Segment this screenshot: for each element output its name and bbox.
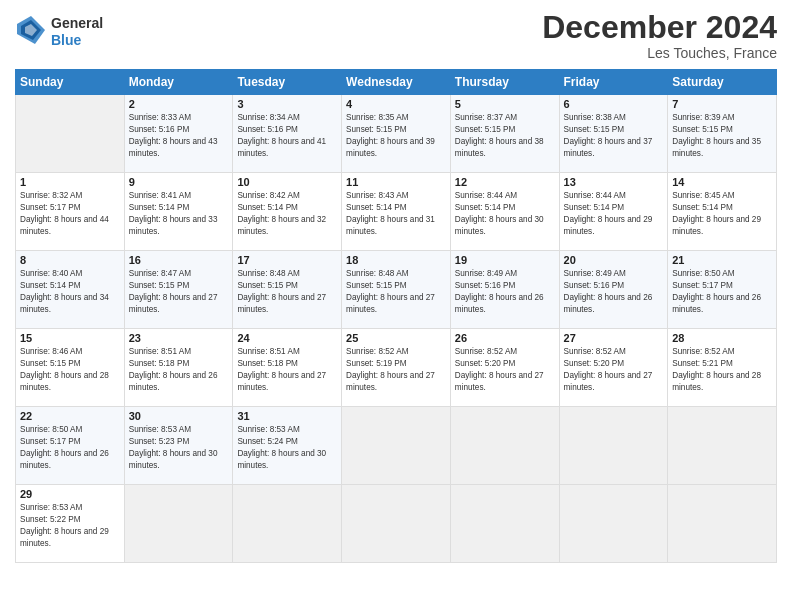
calendar-cell: 14 Sunrise: 8:45 AMSunset: 5:14 PMDaylig…	[668, 173, 777, 251]
calendar-week-row: 1 Sunrise: 8:32 AMSunset: 5:17 PMDayligh…	[16, 173, 777, 251]
logo: General Blue	[15, 14, 103, 50]
calendar-week-row: 2 Sunrise: 8:33 AMSunset: 5:16 PMDayligh…	[16, 95, 777, 173]
calendar-cell: 22 Sunrise: 8:50 AMSunset: 5:17 PMDaylig…	[16, 407, 125, 485]
col-monday: Monday	[124, 70, 233, 95]
calendar-cell	[16, 95, 125, 173]
col-wednesday: Wednesday	[342, 70, 451, 95]
col-saturday: Saturday	[668, 70, 777, 95]
day-number: 17	[237, 254, 337, 266]
day-number: 29	[20, 488, 120, 500]
day-number: 7	[672, 98, 772, 110]
day-number: 8	[20, 254, 120, 266]
calendar-cell	[450, 407, 559, 485]
calendar-cell: 13 Sunrise: 8:44 AMSunset: 5:14 PMDaylig…	[559, 173, 668, 251]
calendar-week-row: 22 Sunrise: 8:50 AMSunset: 5:17 PMDaylig…	[16, 407, 777, 485]
calendar-cell: 2 Sunrise: 8:33 AMSunset: 5:16 PMDayligh…	[124, 95, 233, 173]
calendar-cell: 5 Sunrise: 8:37 AMSunset: 5:15 PMDayligh…	[450, 95, 559, 173]
day-detail: Sunrise: 8:53 AMSunset: 5:24 PMDaylight:…	[237, 425, 326, 470]
day-detail: Sunrise: 8:53 AMSunset: 5:22 PMDaylight:…	[20, 503, 109, 548]
day-number: 2	[129, 98, 229, 110]
calendar-week-row: 15 Sunrise: 8:46 AMSunset: 5:15 PMDaylig…	[16, 329, 777, 407]
calendar-cell: 23 Sunrise: 8:51 AMSunset: 5:18 PMDaylig…	[124, 329, 233, 407]
day-detail: Sunrise: 8:33 AMSunset: 5:16 PMDaylight:…	[129, 113, 218, 158]
day-number: 10	[237, 176, 337, 188]
day-number: 19	[455, 254, 555, 266]
calendar-cell: 7 Sunrise: 8:39 AMSunset: 5:15 PMDayligh…	[668, 95, 777, 173]
day-number: 3	[237, 98, 337, 110]
calendar-page: General Blue December 2024 Les Touches, …	[0, 0, 792, 612]
calendar-cell: 3 Sunrise: 8:34 AMSunset: 5:16 PMDayligh…	[233, 95, 342, 173]
logo-line1: General	[51, 15, 103, 32]
day-detail: Sunrise: 8:52 AMSunset: 5:21 PMDaylight:…	[672, 347, 761, 392]
day-detail: Sunrise: 8:39 AMSunset: 5:15 PMDaylight:…	[672, 113, 761, 158]
day-detail: Sunrise: 8:35 AMSunset: 5:15 PMDaylight:…	[346, 113, 435, 158]
calendar-cell: 29 Sunrise: 8:53 AMSunset: 5:22 PMDaylig…	[16, 485, 125, 563]
day-detail: Sunrise: 8:43 AMSunset: 5:14 PMDaylight:…	[346, 191, 435, 236]
day-detail: Sunrise: 8:41 AMSunset: 5:14 PMDaylight:…	[129, 191, 218, 236]
calendar-cell	[559, 485, 668, 563]
calendar-cell: 30 Sunrise: 8:53 AMSunset: 5:23 PMDaylig…	[124, 407, 233, 485]
col-sunday: Sunday	[16, 70, 125, 95]
day-number: 15	[20, 332, 120, 344]
calendar-cell: 8 Sunrise: 8:40 AMSunset: 5:14 PMDayligh…	[16, 251, 125, 329]
day-number: 1	[20, 176, 120, 188]
calendar-cell: 17 Sunrise: 8:48 AMSunset: 5:15 PMDaylig…	[233, 251, 342, 329]
day-number: 16	[129, 254, 229, 266]
day-detail: Sunrise: 8:52 AMSunset: 5:19 PMDaylight:…	[346, 347, 435, 392]
calendar-week-row: 8 Sunrise: 8:40 AMSunset: 5:14 PMDayligh…	[16, 251, 777, 329]
calendar-cell: 19 Sunrise: 8:49 AMSunset: 5:16 PMDaylig…	[450, 251, 559, 329]
logo-line2: Blue	[51, 32, 103, 49]
calendar-cell	[450, 485, 559, 563]
day-detail: Sunrise: 8:52 AMSunset: 5:20 PMDaylight:…	[455, 347, 544, 392]
day-detail: Sunrise: 8:44 AMSunset: 5:14 PMDaylight:…	[455, 191, 544, 236]
calendar-cell: 31 Sunrise: 8:53 AMSunset: 5:24 PMDaylig…	[233, 407, 342, 485]
calendar-cell: 11 Sunrise: 8:43 AMSunset: 5:14 PMDaylig…	[342, 173, 451, 251]
day-detail: Sunrise: 8:52 AMSunset: 5:20 PMDaylight:…	[564, 347, 653, 392]
day-detail: Sunrise: 8:45 AMSunset: 5:14 PMDaylight:…	[672, 191, 761, 236]
day-detail: Sunrise: 8:34 AMSunset: 5:16 PMDaylight:…	[237, 113, 326, 158]
calendar-cell	[233, 485, 342, 563]
day-number: 12	[455, 176, 555, 188]
day-number: 24	[237, 332, 337, 344]
day-detail: Sunrise: 8:44 AMSunset: 5:14 PMDaylight:…	[564, 191, 653, 236]
day-number: 18	[346, 254, 446, 266]
calendar-cell: 16 Sunrise: 8:47 AMSunset: 5:15 PMDaylig…	[124, 251, 233, 329]
day-detail: Sunrise: 8:42 AMSunset: 5:14 PMDaylight:…	[237, 191, 326, 236]
calendar-cell: 10 Sunrise: 8:42 AMSunset: 5:14 PMDaylig…	[233, 173, 342, 251]
calendar-cell	[342, 485, 451, 563]
day-number: 6	[564, 98, 664, 110]
calendar-cell: 4 Sunrise: 8:35 AMSunset: 5:15 PMDayligh…	[342, 95, 451, 173]
day-number: 14	[672, 176, 772, 188]
calendar-cell: 28 Sunrise: 8:52 AMSunset: 5:21 PMDaylig…	[668, 329, 777, 407]
day-detail: Sunrise: 8:37 AMSunset: 5:15 PMDaylight:…	[455, 113, 544, 158]
day-detail: Sunrise: 8:38 AMSunset: 5:15 PMDaylight:…	[564, 113, 653, 158]
day-detail: Sunrise: 8:50 AMSunset: 5:17 PMDaylight:…	[20, 425, 109, 470]
logo-icon	[15, 14, 47, 46]
day-number: 25	[346, 332, 446, 344]
calendar-cell: 26 Sunrise: 8:52 AMSunset: 5:20 PMDaylig…	[450, 329, 559, 407]
day-detail: Sunrise: 8:47 AMSunset: 5:15 PMDaylight:…	[129, 269, 218, 314]
day-number: 31	[237, 410, 337, 422]
calendar-cell: 20 Sunrise: 8:49 AMSunset: 5:16 PMDaylig…	[559, 251, 668, 329]
day-number: 21	[672, 254, 772, 266]
calendar-cell	[668, 407, 777, 485]
title-block: December 2024 Les Touches, France	[542, 10, 777, 61]
day-detail: Sunrise: 8:53 AMSunset: 5:23 PMDaylight:…	[129, 425, 218, 470]
calendar-cell: 6 Sunrise: 8:38 AMSunset: 5:15 PMDayligh…	[559, 95, 668, 173]
calendar-cell: 15 Sunrise: 8:46 AMSunset: 5:15 PMDaylig…	[16, 329, 125, 407]
calendar-cell: 24 Sunrise: 8:51 AMSunset: 5:18 PMDaylig…	[233, 329, 342, 407]
day-number: 11	[346, 176, 446, 188]
day-detail: Sunrise: 8:46 AMSunset: 5:15 PMDaylight:…	[20, 347, 109, 392]
calendar-cell: 21 Sunrise: 8:50 AMSunset: 5:17 PMDaylig…	[668, 251, 777, 329]
col-friday: Friday	[559, 70, 668, 95]
day-detail: Sunrise: 8:48 AMSunset: 5:15 PMDaylight:…	[237, 269, 326, 314]
day-detail: Sunrise: 8:49 AMSunset: 5:16 PMDaylight:…	[564, 269, 653, 314]
day-number: 5	[455, 98, 555, 110]
calendar-table: Sunday Monday Tuesday Wednesday Thursday…	[15, 69, 777, 563]
day-number: 20	[564, 254, 664, 266]
calendar-cell	[559, 407, 668, 485]
month-title: December 2024	[542, 10, 777, 45]
day-detail: Sunrise: 8:48 AMSunset: 5:15 PMDaylight:…	[346, 269, 435, 314]
day-number: 23	[129, 332, 229, 344]
day-number: 26	[455, 332, 555, 344]
